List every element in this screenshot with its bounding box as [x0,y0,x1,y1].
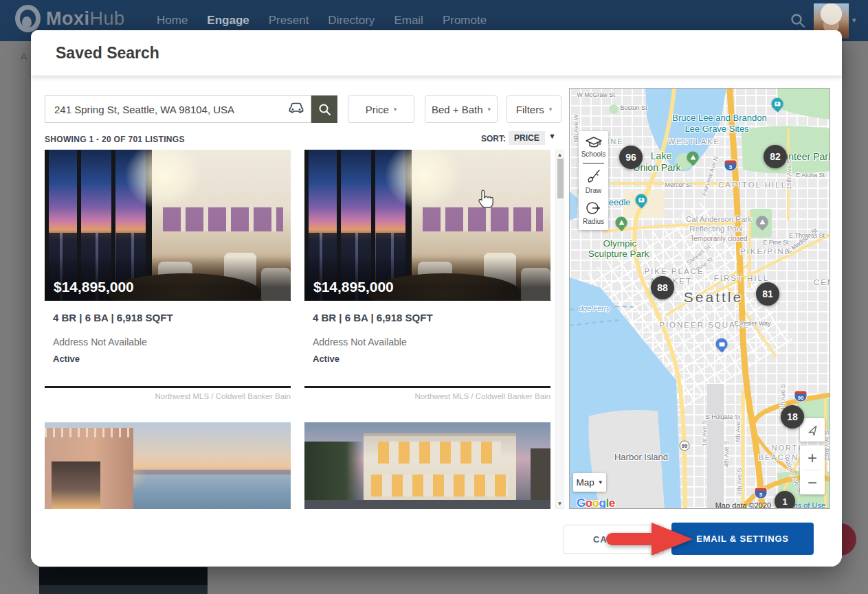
state-route-shield-icon: 99 [680,441,690,451]
chevron-down-icon: ▾ [488,106,491,113]
listing-card[interactable]: $14,895,000 4 BR | 6 BA | 6,918 SQFT Add… [304,150,550,388]
map-type-button[interactable]: Map▼ [573,473,606,492]
map-label: Mercer St [665,181,691,188]
graduation-cap-icon [586,137,602,148]
zoom-out-button[interactable]: − [800,470,825,494]
nav-item-engage[interactable]: Engage [207,14,249,27]
chevron-down-icon: ▼ [598,479,603,486]
park-tree-pin-icon[interactable] [757,216,768,228]
map-label: PIKE PLACE [644,267,704,275]
listing-price: $14,895,000 [54,279,134,295]
chevron-down-icon: ▾ [549,106,553,113]
listing-card[interactable] [45,422,291,509]
price-filter-button[interactable]: Price▾ [348,95,414,123]
map-label: Temporarily closed [690,235,747,242]
photo-spot-pin-icon[interactable] [772,98,783,110]
chevron-down-icon: ▾ [394,106,397,113]
annotation-arrow-icon [605,520,698,558]
draw-tool-button[interactable]: Draw [579,164,608,199]
my-location-button[interactable] [800,418,825,442]
map-label: FIRST HILL [714,274,770,282]
listing-address: Address Not Available [53,336,282,347]
radius-circle-icon [586,201,602,216]
map-label: Lake [651,150,671,161]
cluster-marker-88[interactable]: 88 [651,276,674,299]
scrollbar-thumb[interactable] [557,159,564,198]
cluster-marker-96[interactable]: 96 [619,146,643,169]
results-scrollbar[interactable]: ▲ ▼ [555,150,564,509]
listing-specs: 4 BR | 6 BA | 6,918 SQFT [53,312,282,323]
cluster-marker-1[interactable]: 1 [775,491,795,509]
map-label: Harbor Island [614,452,668,462]
bed-bath-filter-button[interactable]: Bed + Bath▾ [425,95,498,123]
map-data-text: Map data ©2020 [715,501,772,509]
map-label: Sculpture Park [588,249,649,259]
map-label: E Thomas St [789,232,825,239]
map-label: dge Ferry [579,304,610,312]
nav-item-present[interactable]: Present [269,14,309,27]
backdrop-partial-text: A [21,51,27,62]
avatar-caret-icon[interactable]: ▾ [852,16,856,25]
nav-item-promote[interactable]: Promote [443,14,487,27]
map-label: Stewart St [685,243,712,266]
listing-card[interactable]: $14,895,000 4 BR | 6 BA | 6,918 SQFT Add… [45,150,291,388]
listing-status: Active [313,354,542,364]
map-labels-layer: W McGraw StBoston St6th Ave WBruce Lee a… [570,89,830,508]
listing-status: Active [53,354,282,364]
brand-text: MoxiHub [46,8,125,30]
nav-item-email[interactable]: Email [394,14,423,27]
nav-item-directory[interactable]: Directory [328,14,375,27]
modal-footer: CANCEL EMAIL & SETTINGS [31,509,842,567]
park-tree-pin-icon[interactable] [616,217,627,229]
listing-address: Address Not Available [313,336,542,347]
modal-title: Saved Search [56,30,159,76]
modal-header: Saved Search [31,30,842,76]
cluster-marker-82[interactable]: 82 [764,145,787,168]
map-label: 1st Ave S [701,420,708,446]
commute-car-icon[interactable] [289,102,305,116]
sort-value-chip[interactable]: PRICE [509,131,545,145]
cluster-marker-81[interactable]: 81 [756,282,779,306]
map-label: Reflecting Pool [689,225,742,233]
cluster-marker-18[interactable]: 18 [781,405,804,429]
photo-spot-pin-icon[interactable] [636,194,647,206]
google-logo[interactable]: Google [577,496,615,509]
listing-photo: $14,895,000 [304,150,550,301]
listing-card[interactable] [304,422,550,509]
map-label: Cal Anderson Park [686,215,752,223]
nav-item-home[interactable]: Home [157,14,188,27]
map-label: Boston St [620,104,647,111]
schools-tool-button[interactable]: Schools [579,131,608,163]
backdrop-dark-panel [39,567,208,594]
transit-station-pin-icon[interactable] [716,339,728,350]
radius-tool-button[interactable]: Radius [579,199,608,230]
listing-specs: 4 BR | 6 BA | 6,918 SQFT [313,312,542,323]
listing-info: 4 BR | 6 BA | 6,918 SQFT Address Not Ava… [304,301,550,388]
map-controls: + − [800,418,825,494]
map-label: CAPITOL HILL [718,181,787,189]
scroll-up-icon[interactable]: ▲ [556,152,564,158]
map-label: PIKE/PINE [740,247,791,255]
map-label: Fairview Ave N [700,155,720,196]
location-search-input[interactable] [45,104,289,115]
results-map[interactable]: W McGraw StBoston St6th Ave WBruce Lee a… [569,88,830,509]
search-icon[interactable] [790,13,805,31]
map-label: S Holgate St [706,413,741,420]
map-label: E Pine St [763,239,789,246]
park-tree-pin-icon[interactable] [687,152,699,163]
moxihub-logo[interactable]: MoxiHub [15,5,125,32]
scroll-down-icon[interactable]: ▼ [556,501,564,507]
map-label: Bruce Lee and Brandon [672,113,766,123]
sort-caret-icon[interactable]: ▼ [548,132,556,140]
map-label: E Yesler Way [734,320,770,327]
map-label: PIONEER SQUARE [659,321,750,329]
map-label: WESTLAKE [668,137,720,146]
search-submit-button[interactable] [311,95,337,123]
interstate-shield-icon: 90 [795,391,807,402]
listing-photo [304,422,550,509]
interstate-shield-icon: 5 [725,161,737,171]
pen-icon [586,170,601,185]
zoom-in-button[interactable]: + [800,446,825,470]
filters-button[interactable]: Filters▾ [507,95,561,123]
results-summary: SHOWING 1 - 20 OF 701 LISTINGS [45,135,185,144]
